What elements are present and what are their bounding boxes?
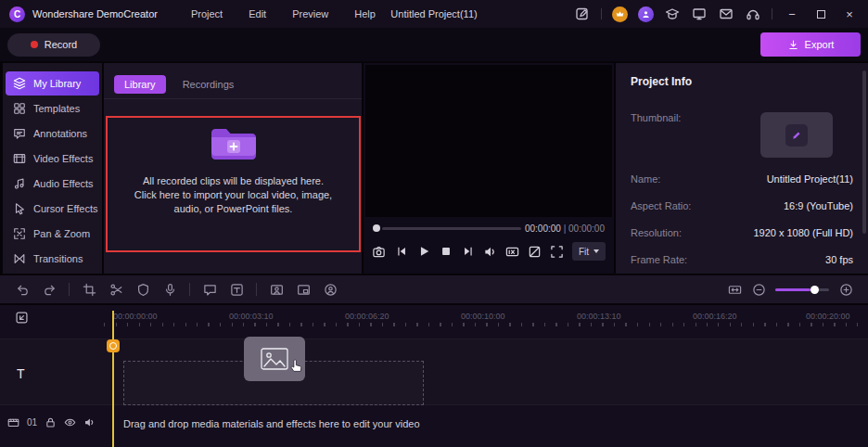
time-display: 00:00:00 | 00:00:00 bbox=[525, 224, 605, 234]
resolution-value: 1920 x 1080 (Full HD) bbox=[753, 227, 853, 238]
zoom-slider[interactable] bbox=[775, 288, 829, 291]
maximize-button[interactable] bbox=[811, 7, 830, 21]
thumbnail-box[interactable] bbox=[760, 112, 833, 158]
ruler-timestamp: 00:00:00:00 bbox=[113, 312, 158, 321]
import-hint-line2: Click here to import your local video, i… bbox=[120, 188, 348, 216]
playhead[interactable] bbox=[112, 311, 114, 447]
library-panel: Library Recordings All recorded clips wi… bbox=[104, 63, 362, 274]
mute-track-speaker-icon[interactable] bbox=[83, 416, 96, 428]
video-preview-canvas[interactable] bbox=[365, 65, 612, 217]
frame-rate-row: Frame Rate: 30 fps bbox=[631, 254, 853, 265]
green-screen-icon[interactable] bbox=[269, 282, 284, 297]
minimize-button[interactable]: − bbox=[783, 7, 801, 21]
seek-knob[interactable] bbox=[373, 224, 380, 232]
current-time: 00:00:00 bbox=[525, 224, 561, 234]
scrollbar[interactable] bbox=[862, 70, 866, 234]
stop-button[interactable] bbox=[439, 244, 453, 259]
frame-rate-label: Frame Rate: bbox=[631, 254, 687, 265]
menu-project[interactable]: Project bbox=[191, 8, 223, 19]
cursor-pointer-icon bbox=[13, 202, 26, 215]
sidebar-item-transitions[interactable]: Transitions bbox=[6, 247, 99, 271]
track-number: 01 bbox=[27, 417, 37, 428]
next-frame-button[interactable] bbox=[461, 244, 476, 259]
tab-recordings[interactable]: Recordings bbox=[183, 79, 235, 90]
templates-grid-icon bbox=[13, 102, 26, 115]
sidebar-item-label: Templates bbox=[33, 103, 80, 114]
toggle-visibility-eye-icon[interactable] bbox=[64, 416, 76, 428]
ruler-ticks bbox=[104, 323, 868, 326]
record-dot-icon bbox=[31, 41, 38, 48]
feedback-icon[interactable] bbox=[574, 6, 591, 22]
rewards-icon[interactable] bbox=[612, 6, 628, 22]
library-stack-icon bbox=[13, 77, 26, 90]
mute-crossed-icon[interactable] bbox=[528, 244, 542, 259]
app-logo-icon: C bbox=[9, 6, 25, 22]
play-button[interactable] bbox=[416, 244, 431, 259]
tab-library[interactable]: Library bbox=[114, 75, 166, 94]
chevron-down-icon bbox=[594, 249, 599, 253]
split-tool-icon[interactable] bbox=[108, 282, 123, 297]
manage-tracks-icon[interactable] bbox=[15, 311, 29, 325]
mask-tool-icon[interactable] bbox=[135, 282, 150, 297]
crop-tool-icon[interactable] bbox=[82, 282, 96, 297]
menu-edit[interactable]: Edit bbox=[249, 8, 266, 19]
redo-button[interactable] bbox=[42, 282, 57, 297]
aspect-ratio-label: Aspect Ratio: bbox=[631, 200, 691, 211]
sidebar-item-annotations[interactable]: Annotations bbox=[6, 121, 99, 146]
playhead-badge-icon[interactable] bbox=[107, 339, 120, 352]
menu-preview[interactable]: Preview bbox=[292, 8, 328, 19]
sidebar-item-label: Audio Effects bbox=[33, 178, 94, 189]
previous-frame-button[interactable] bbox=[394, 244, 409, 259]
app-name: Wondershare DemoCreator bbox=[32, 8, 158, 19]
playback-speed-icon[interactable] bbox=[505, 244, 520, 259]
messages-icon[interactable] bbox=[718, 6, 734, 22]
sidebar-item-pan-zoom[interactable]: Pan & Zoom bbox=[6, 222, 99, 246]
menu-help[interactable]: Help bbox=[354, 8, 376, 19]
transitions-icon bbox=[13, 252, 26, 265]
timeline-ruler[interactable]: 00:00:00:00 00:00:03:10 00:00:06:20 00:0… bbox=[104, 310, 868, 328]
close-button[interactable]: × bbox=[840, 7, 859, 21]
edit-thumbnail-icon[interactable] bbox=[785, 124, 808, 147]
sidebar-item-audio-effects[interactable]: Audio Effects bbox=[6, 172, 99, 196]
avatar-tool-icon[interactable] bbox=[323, 282, 338, 297]
folder-plus-icon bbox=[210, 126, 258, 163]
import-media-dropzone[interactable]: All recorded clips will be displayed her… bbox=[106, 116, 361, 252]
support-headset-icon[interactable] bbox=[745, 6, 761, 22]
tutorials-icon[interactable] bbox=[664, 6, 681, 22]
pip-tool-icon[interactable] bbox=[296, 282, 311, 297]
project-info-panel: Project Info Thumbnail: Name: Untitled P… bbox=[616, 63, 868, 274]
maximize-icon bbox=[817, 10, 825, 19]
sidebar-item-label: My Library bbox=[33, 78, 81, 89]
volume-icon[interactable] bbox=[483, 244, 498, 259]
fullscreen-crop-icon[interactable] bbox=[550, 244, 565, 259]
zoom-in-button[interactable] bbox=[838, 282, 853, 297]
text-tool-icon[interactable] bbox=[229, 282, 244, 297]
sidebar-item-templates[interactable]: Templates bbox=[6, 96, 99, 121]
resolution-label: Resolution: bbox=[631, 227, 682, 238]
voiceover-mic-icon[interactable] bbox=[162, 282, 177, 297]
ruler-timestamp: 00:00:03:10 bbox=[229, 312, 274, 321]
timeline-drop-hint: Drag and drop media materials and effect… bbox=[123, 418, 420, 429]
export-button[interactable]: Export bbox=[760, 32, 861, 57]
sidebar-item-video-effects[interactable]: Video Effects bbox=[6, 147, 99, 171]
fit-dropdown[interactable]: Fit bbox=[572, 242, 606, 261]
fit-timeline-icon[interactable] bbox=[727, 282, 742, 297]
titlebar-divider bbox=[772, 8, 772, 19]
toolbar-divider bbox=[189, 283, 190, 296]
record-button[interactable]: Record bbox=[7, 33, 100, 57]
text-track-header[interactable]: T bbox=[17, 366, 25, 381]
seek-track[interactable] bbox=[382, 227, 521, 230]
sidebar-item-my-library[interactable]: My Library bbox=[6, 71, 99, 96]
account-avatar[interactable] bbox=[638, 6, 654, 22]
screen-recorder-icon[interactable] bbox=[691, 6, 708, 22]
sidebar-item-cursor-effects[interactable]: Cursor Effects bbox=[6, 197, 99, 221]
undo-button[interactable] bbox=[15, 282, 30, 297]
lock-track-icon[interactable] bbox=[45, 416, 57, 428]
thumbnail-row: Thumbnail: bbox=[631, 112, 853, 158]
fit-label: Fit bbox=[579, 247, 589, 257]
frame-rate-value: 30 fps bbox=[825, 254, 853, 265]
caption-tool-icon[interactable] bbox=[202, 282, 217, 297]
zoom-out-button[interactable] bbox=[751, 282, 766, 297]
snapshot-camera-icon[interactable] bbox=[372, 244, 387, 259]
zoom-slider-knob[interactable] bbox=[811, 286, 819, 294]
